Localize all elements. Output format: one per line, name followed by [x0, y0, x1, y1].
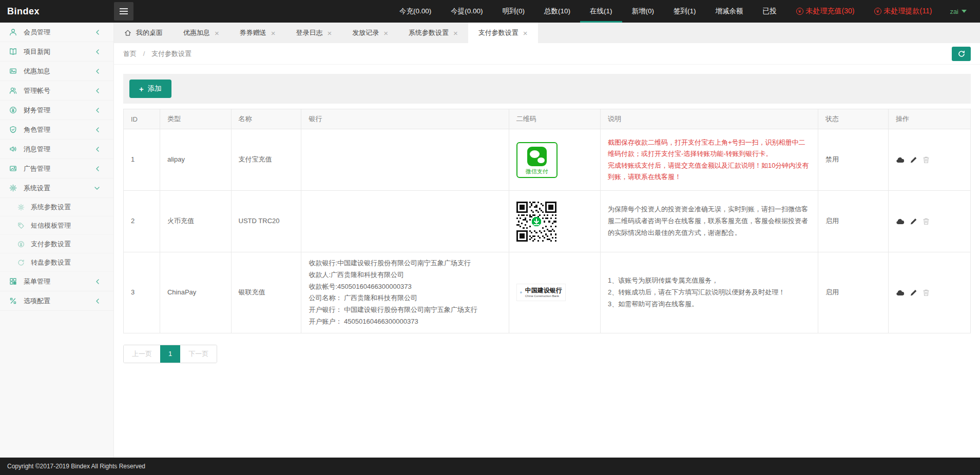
sidebar-subitem-payment-params[interactable]: 支付参数设置: [0, 235, 113, 253]
pagination-prev-button[interactable]: 上一页: [124, 345, 160, 363]
tab-system-params[interactable]: 系统参数设置 ×: [398, 23, 468, 43]
table-row: 3 ChinaPay 银联充值 收款银行:中国建设银行股份有限公司南宁五象广场支…: [124, 252, 971, 333]
yuan-circle-icon: ¥: [796, 8, 803, 15]
bank-line: 公司名称： 广西贵隆和科技有限公司: [309, 292, 501, 304]
sidebar-item-label: 消息管理: [24, 145, 88, 154]
stat-balance-adjust[interactable]: 增减余额: [706, 0, 753, 23]
cloud-icon[interactable]: [896, 156, 905, 164]
sidebar-item-messages[interactable]: 消息管理: [0, 140, 113, 159]
stat-total[interactable]: 总数(10): [534, 0, 580, 23]
sidebar-subitem-label: 支付参数设置: [31, 240, 71, 249]
close-icon[interactable]: ×: [215, 29, 219, 37]
sidebar-item-promo-interest[interactable]: 优惠加息: [0, 62, 113, 81]
yuan-circle-icon: ¥: [874, 8, 881, 15]
chevron-left-icon: [95, 298, 100, 304]
delete-icon[interactable]: [923, 289, 930, 296]
delete-icon[interactable]: [923, 217, 930, 225]
tab-login-log[interactable]: 登录日志 ×: [286, 23, 342, 43]
sidebar-item-roles[interactable]: 角色管理: [0, 120, 113, 140]
bank-line: 收款银行:中国建设银行股份有限公司南宁五象广场支行: [309, 258, 501, 269]
cell-bank: 收款银行:中国建设银行股份有限公司南宁五象广场支行 收款人:广西贵隆和科技有限公…: [301, 252, 509, 333]
breadcrumb: 首页 / 支付参数设置: [123, 49, 191, 58]
sidebar-item-members[interactable]: 会员管理: [0, 23, 113, 42]
stat-online[interactable]: 在线(1): [580, 0, 622, 23]
cloud-icon[interactable]: [896, 289, 905, 296]
alert-label: 未处理充值(30): [806, 7, 855, 16]
breadcrumb-home[interactable]: 首页: [123, 50, 137, 57]
chevron-left-icon: [95, 146, 100, 152]
chevron-left-icon: [95, 29, 100, 35]
tab-coupon-gift[interactable]: 券券赠送 ×: [229, 23, 286, 43]
chevron-left-icon: [95, 49, 100, 55]
tab-promo-interest[interactable]: 优惠加息 ×: [173, 23, 229, 43]
cloud-icon[interactable]: [896, 217, 905, 225]
refresh-icon: [957, 50, 966, 58]
sidebar-item-system-settings[interactable]: 系统设置: [0, 179, 113, 198]
alert-pending-withdraw[interactable]: ¥ 未处理提款(11): [864, 0, 942, 23]
card-icon: [9, 67, 17, 75]
sidebar-item-label: 角色管理: [24, 125, 88, 134]
tab-my-desktop[interactable]: 我的桌面: [114, 23, 173, 43]
cell-actions: [888, 129, 970, 191]
edit-icon[interactable]: [910, 156, 917, 164]
sidebar-item-menu-management[interactable]: 菜单管理: [0, 272, 113, 291]
sidebar-item-ads[interactable]: 广告管理: [0, 159, 113, 179]
refresh-button[interactable]: [952, 47, 971, 61]
sidebar-item-label: 广告管理: [24, 164, 88, 173]
pagination-next-button[interactable]: 下一页: [180, 345, 217, 363]
brand-logo[interactable]: Bindex: [0, 0, 114, 23]
sidebar-subitem-sms-templates[interactable]: 短信模板管理: [0, 216, 113, 235]
pagination-page-1[interactable]: 1: [160, 345, 180, 363]
wechat-logo-icon: [527, 147, 547, 166]
close-icon[interactable]: ×: [523, 29, 528, 37]
ccb-bank-name: 中国建设银行: [525, 287, 562, 294]
bank-line: 开户银行： 中国建设银行股份有限公司南宁五象广场支行: [309, 304, 501, 316]
stat-signin[interactable]: 签到(1): [664, 0, 706, 23]
close-icon[interactable]: ×: [328, 29, 332, 37]
bank-line: 收款帐号:45050160466300000373: [309, 281, 501, 293]
sidebar-item-label: 系统设置: [24, 184, 87, 193]
stat-new[interactable]: 新增(0): [622, 0, 664, 23]
stat-today-recharge[interactable]: 今充(0.00): [390, 0, 441, 23]
cell-status: 启用: [818, 252, 888, 333]
cell-bank: [301, 191, 509, 252]
cell-qrcode: 微信支付: [509, 129, 600, 191]
sidebar-item-finance[interactable]: 财务管理: [0, 101, 113, 120]
close-icon[interactable]: ×: [383, 29, 388, 37]
chevron-down-icon: [94, 186, 100, 191]
sidebar-subitem-wheel-params[interactable]: 转盘参数设置: [0, 253, 113, 272]
sidebar-subitem-system-params[interactable]: 系统参数设置: [0, 198, 113, 216]
image-icon: [9, 165, 17, 172]
stat-invested[interactable]: 已投: [753, 0, 786, 23]
edit-icon[interactable]: [910, 289, 917, 296]
close-icon[interactable]: ×: [271, 29, 276, 37]
breadcrumb-separator: /: [143, 50, 145, 57]
user-menu[interactable]: zai: [941, 0, 975, 23]
tab-label: 支付参数设置: [478, 28, 518, 37]
book-icon: [9, 48, 17, 55]
delete-icon[interactable]: [923, 156, 930, 164]
gear-icon: [17, 204, 25, 211]
users-icon: [9, 87, 17, 94]
add-button[interactable]: + 添加: [129, 80, 171, 98]
gear-icon: [9, 184, 17, 192]
pagination: 上一页 1 下一页: [123, 345, 217, 363]
stat-today-withdraw[interactable]: 今提(0.00): [441, 0, 492, 23]
tab-grant-records[interactable]: 发放记录 ×: [342, 23, 398, 43]
close-icon[interactable]: ×: [453, 29, 458, 37]
alert-pending-recharge[interactable]: ¥ 未处理充值(30): [786, 0, 864, 23]
copyright-text: Copyright ©2017-2019 Bindex All Rights R…: [7, 463, 145, 470]
yuan-icon: [9, 106, 17, 114]
sidebar-item-project-news[interactable]: 项目新闻: [0, 42, 113, 62]
description-line: 1、该账号为朕玥传媒专属充值服务，: [608, 275, 811, 287]
cell-description: 为保障每个投资人的投资资金准确无误，实时到账，请扫一扫微信客服二维码或者咨询平台…: [600, 191, 818, 252]
edit-icon[interactable]: [910, 217, 917, 225]
hamburger-icon[interactable]: [114, 2, 133, 21]
alert-label: 未处理提款(11): [884, 7, 932, 16]
sidebar-item-options-config[interactable]: 选项配置: [0, 291, 113, 311]
tab-label: 系统参数设置: [409, 28, 449, 37]
sidebar-item-admin-accounts[interactable]: 管理帐号: [0, 81, 113, 101]
content-area: + 添加 ID 类型 名称 银行: [114, 65, 980, 458]
tab-payment-params[interactable]: 支付参数设置 ×: [468, 23, 538, 43]
stat-tomorrow-due[interactable]: 明到(0): [493, 0, 535, 23]
